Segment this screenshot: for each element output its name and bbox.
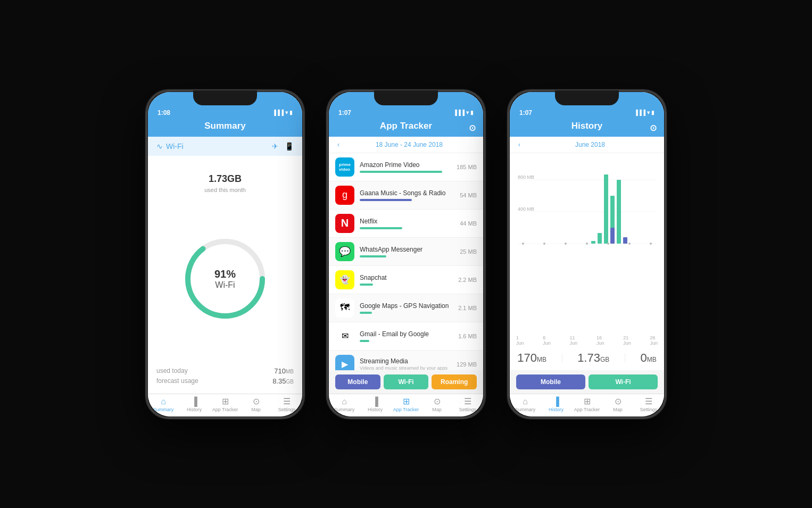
chart-labels: 1Jun 6Jun 11Jun 16Jun 21Jun 26Jun	[510, 334, 664, 347]
time-3: 1:07	[519, 109, 532, 116]
svg-rect-7	[598, 233, 602, 244]
nav-summary-3[interactable]: ⌂ Summary	[510, 394, 541, 417]
mobile-tab-3[interactable]: Mobile	[516, 374, 585, 389]
wifi-label: ∿ Wi-Fi	[156, 142, 184, 151]
nav-apptracker-1[interactable]: ⊞ App Tracker	[210, 394, 241, 417]
history-content: ‹ June 2018 800 MB 400 MB	[510, 137, 664, 394]
app-icon-gmail: ✉	[335, 327, 354, 346]
nav-history-3[interactable]: ▐ History	[541, 394, 571, 417]
status-bar-3: 1:07 ▐▐▐ ▾ ▮	[510, 92, 664, 119]
settings-icon-2: ☰	[464, 397, 471, 406]
nav-map-2[interactable]: ⊙ Map	[421, 394, 452, 417]
nav-map-3[interactable]: ⊙ Map	[602, 394, 633, 417]
mobile-tab-2[interactable]: Mobile	[335, 374, 380, 389]
wifi-icon-2: ▾	[466, 110, 469, 115]
status-icons-2: ▐▐▐ ▾ ▮	[453, 110, 474, 115]
svg-point-19	[628, 243, 631, 245]
home-icon: ⌂	[161, 397, 166, 406]
wifi-actions: ✈ 📱	[272, 142, 294, 151]
phone-summary: 1:08 ▐▐▐ ▾ ▮ Summary ∿ Wi-Fi ✈	[145, 89, 305, 419]
phone-apptracker: 1:07 ▐▐▐ ▾ ▮ App Tracker ⊙ ‹ 18 June - 2…	[326, 89, 486, 419]
svg-rect-10	[610, 228, 615, 244]
settings-icon-3: ☰	[645, 397, 652, 406]
history-title: History	[571, 121, 603, 131]
phones-container: 1:08 ▐▐▐ ▾ ▮ Summary ∿ Wi-Fi ✈	[124, 68, 688, 440]
battery-icon-2: ▮	[470, 110, 474, 115]
app-icon-snapchat: 👻	[335, 270, 354, 289]
airplane-icon[interactable]: ✈	[272, 142, 278, 151]
forecast-val: 8.35GB	[272, 377, 294, 385]
svg-point-20	[650, 243, 652, 245]
forecast-row: forecast usage 8.35GB	[156, 376, 294, 386]
list-item: ▶ Streaming Media Videos and music strea…	[329, 351, 483, 370]
apptracker-title: App Tracker	[380, 121, 432, 131]
back-arrow-2[interactable]: ‹	[333, 141, 339, 148]
month-strip: ‹ June 2018	[510, 137, 664, 153]
back-arrow-3[interactable]: ‹	[514, 141, 520, 148]
svg-rect-12	[623, 237, 627, 244]
time-2: 1:07	[338, 109, 351, 116]
tracker-content: ‹ 18 June - 24 June 2018 primevideo Amaz…	[329, 137, 483, 394]
history-header: History ⊙	[510, 119, 664, 137]
app-icon-primevideo: primevideo	[335, 157, 354, 177]
summary-header: Summary	[148, 119, 302, 137]
map-icon-3: ⊙	[615, 397, 622, 406]
grid-icon: ⊞	[222, 397, 229, 406]
nav-history-2[interactable]: ▐ History	[360, 394, 391, 417]
wifi-icon: ∿	[156, 142, 163, 151]
clock-icon-3[interactable]: ⊙	[650, 122, 657, 132]
app-icon-whatsapp: 💬	[335, 242, 354, 261]
clock-icon[interactable]: ⊙	[469, 122, 476, 132]
wifi-tab-2[interactable]: Wi-Fi	[384, 374, 429, 389]
nav-settings-2[interactable]: ☰ Settings	[452, 394, 483, 417]
app-icon-maps: 🗺	[335, 298, 354, 318]
nav-map-1[interactable]: ⊙ Map	[241, 394, 271, 417]
grid-icon-3: ⊞	[584, 397, 591, 406]
map-icon-2: ⊙	[434, 397, 441, 406]
nav-settings-3[interactable]: ☰ Settings	[633, 394, 664, 417]
svg-rect-13	[591, 241, 595, 244]
svg-point-16	[565, 243, 567, 245]
summary-title: Summary	[204, 121, 245, 131]
nav-settings-1[interactable]: ☰ Settings	[271, 394, 302, 417]
summary-content: ∿ Wi-Fi ✈ 📱 1.73GB used this month	[148, 137, 302, 394]
battery-icon: ▮	[289, 110, 293, 115]
svg-point-17	[586, 243, 588, 245]
donut-center: 91% Wi-Fi	[214, 268, 236, 290]
status-bar-1: 1:08 ▐▐▐ ▾ ▮	[148, 92, 302, 119]
svg-point-14	[522, 243, 524, 245]
nav-history-1[interactable]: ▐ History	[179, 394, 210, 417]
nav-apptracker-2[interactable]: ⊞ App Tracker	[391, 394, 421, 417]
time-1: 1:08	[158, 109, 170, 116]
history-chart: 800 MB 400 MB	[516, 159, 658, 265]
signal-icon-3: ▐▐▐	[634, 110, 645, 115]
date-strip: ‹ 18 June - 24 June 2018	[329, 137, 483, 153]
phone-icon[interactable]: 📱	[285, 142, 294, 151]
signal-icon: ▐▐▐	[272, 110, 284, 115]
list-item: 🗺 Google Maps - GPS Navigation 2.1 MB	[329, 294, 483, 322]
nav-apptracker-3[interactable]: ⊞ App Tracker	[571, 394, 602, 417]
grid-icon-2: ⊞	[403, 397, 410, 406]
list-item: g Gaana Music - Songs & Radio 54 MB	[329, 181, 483, 210]
status-icons-3: ▐▐▐ ▾ ▮	[634, 110, 654, 115]
apptracker-header: App Tracker ⊙	[329, 119, 483, 137]
list-item: N Netflix 44 MB	[329, 210, 483, 238]
usage-stats: used today 710MB forecast usage 8.35GB	[148, 361, 302, 394]
bar-chart-icon: ▐	[191, 397, 197, 406]
chart-stats: 170MB 1.73GB 0MB	[510, 347, 664, 370]
app-icon-netflix: N	[335, 214, 354, 233]
used-today-row: used today 710MB	[156, 366, 294, 376]
svg-rect-11	[617, 180, 621, 244]
filter-tabs-3: Mobile Wi-Fi	[510, 370, 664, 394]
nav-summary-2[interactable]: ⌂ Summary	[329, 394, 360, 417]
list-item: primevideo Amazon Prime Video 185 MB	[329, 153, 483, 181]
nav-summary-1[interactable]: ⌂ Summary	[148, 394, 179, 417]
svg-text:800 MB: 800 MB	[518, 174, 534, 180]
data-usage: 1.73GB used this month	[148, 156, 302, 197]
stat-mobile: 170MB	[517, 351, 546, 365]
roaming-tab-2[interactable]: Roaming	[432, 374, 477, 389]
app-icon-gaana: g	[335, 186, 354, 205]
donut-container: 91% Wi-Fi	[148, 197, 302, 361]
wifi-tab-3[interactable]: Wi-Fi	[589, 374, 658, 389]
app-list: primevideo Amazon Prime Video 185 MB g G…	[329, 153, 483, 370]
